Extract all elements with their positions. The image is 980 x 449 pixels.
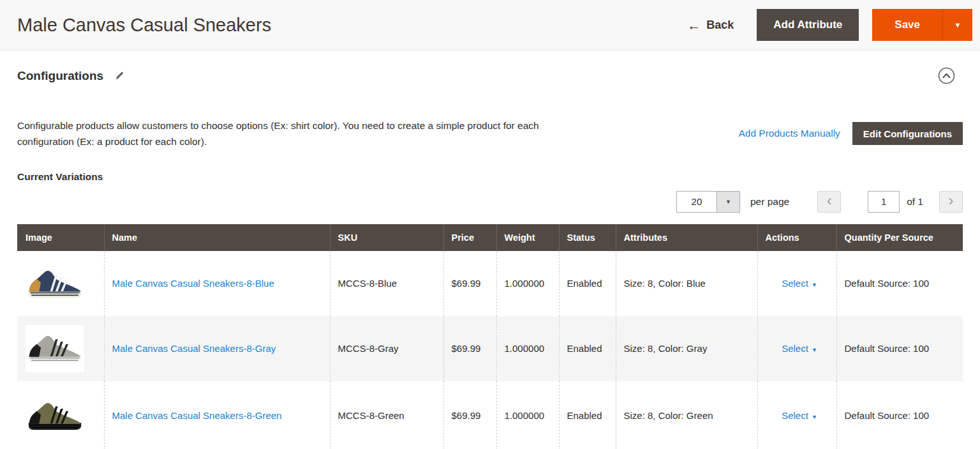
column-header-attributes: Attributes	[616, 224, 757, 251]
sku-cell: MCCS-8-Green	[330, 381, 443, 449]
product-thumbnail	[26, 392, 84, 439]
save-dropdown-button[interactable]: ▼	[942, 9, 972, 41]
status-cell: Enabled	[559, 381, 616, 449]
back-button[interactable]: ← Back	[687, 19, 734, 32]
weight-cell: 1.000000	[496, 251, 559, 316]
caret-down-icon: ▼	[716, 192, 739, 212]
collapse-section-icon[interactable]	[938, 67, 955, 84]
previous-page-button[interactable]: ‹	[817, 191, 841, 213]
column-header-actions: Actions	[757, 224, 836, 251]
attributes-cell: Size: 8, Color: Blue	[616, 251, 757, 316]
back-label: Back	[706, 19, 734, 32]
price-cell: $69.99	[443, 381, 496, 449]
edit-pencil-icon[interactable]	[114, 70, 125, 81]
chevron-right-icon: ›	[949, 193, 954, 208]
status-cell: Enabled	[559, 251, 616, 316]
attributes-cell: Size: 8, Color: Gray	[616, 316, 757, 381]
total-pages-label: of 1	[907, 196, 923, 208]
select-action-dropdown[interactable]: Select▼	[782, 278, 817, 289]
edit-configurations-button[interactable]: Edit Configurations	[852, 122, 963, 145]
content-area: Configurations Configurable products all…	[0, 67, 980, 449]
page-title: Male Canvas Casual Sneakers	[17, 15, 271, 36]
save-split-button: Save ▼	[872, 9, 972, 41]
pagination-bar: 20 ▼ per page ‹ of 1 ›	[17, 191, 963, 213]
per-page-label: per page	[750, 196, 789, 208]
select-action-dropdown[interactable]: Select▼	[782, 410, 817, 421]
section-title-wrap: Configurations	[17, 69, 125, 83]
quantity-cell: Default Source: 100	[836, 316, 963, 381]
column-header-status: Status	[559, 224, 616, 251]
caret-down-icon: ▼	[812, 282, 817, 288]
column-header-weight: Weight	[496, 224, 559, 251]
section-title: Configurations	[17, 69, 103, 83]
product-name-link[interactable]: Male Canvas Casual Sneakers-8-Gray	[112, 343, 276, 354]
page-header: Male Canvas Casual Sneakers ← Back Add A…	[0, 0, 980, 50]
product-name-link[interactable]: Male Canvas Casual Sneakers-8-Blue	[112, 278, 274, 289]
attributes-cell: Size: 8, Color: Green	[616, 381, 757, 449]
caret-down-icon: ▼	[954, 21, 961, 29]
variation-row-green: Male Canvas Casual Sneakers-8-Green MCCS…	[17, 381, 963, 449]
add-attribute-button[interactable]: Add Attribute	[757, 9, 859, 41]
gray-canvas-sneaker-photo	[27, 330, 83, 367]
save-button[interactable]: Save	[872, 9, 942, 41]
arrow-left-icon: ←	[687, 19, 701, 32]
navy-canvas-sneaker-photo	[27, 265, 83, 302]
product-thumbnail	[26, 325, 84, 372]
weight-cell: 1.000000	[496, 381, 559, 449]
column-header-quantity: Quantity Per Source	[836, 224, 963, 251]
current-variations-label: Current Variations	[17, 171, 963, 183]
next-page-button[interactable]: ›	[939, 191, 963, 213]
column-header-name: Name	[104, 224, 330, 251]
table-header-row: Image Name SKU Price Weight Status Attri…	[17, 224, 963, 251]
header-actions: ← Back Add Attribute Save ▼	[687, 9, 972, 41]
quantity-cell: Default Source: 100	[836, 381, 963, 449]
price-cell: $69.99	[443, 316, 496, 381]
caret-down-icon: ▼	[812, 347, 817, 353]
configurations-section-header: Configurations	[17, 67, 963, 84]
sku-cell: MCCS-8-Gray	[330, 316, 443, 381]
product-name-link[interactable]: Male Canvas Casual Sneakers-8-Green	[112, 410, 282, 421]
green-canvas-sneaker-photo	[27, 397, 83, 434]
column-header-sku: SKU	[330, 224, 443, 251]
add-products-manually-link[interactable]: Add Products Manually	[738, 128, 840, 139]
caret-down-icon: ▼	[812, 414, 817, 420]
section-description-row: Configurable products allow customers to…	[17, 118, 963, 150]
column-header-price: Price	[443, 224, 496, 251]
variations-table: Image Name SKU Price Weight Status Attri…	[17, 224, 963, 449]
column-header-image: Image	[17, 224, 104, 251]
select-action-dropdown[interactable]: Select▼	[782, 343, 817, 354]
sku-cell: MCCS-8-Blue	[330, 251, 443, 316]
variation-row-blue: Male Canvas Casual Sneakers-8-Blue MCCS-…	[17, 251, 963, 316]
chevron-left-icon: ‹	[827, 193, 832, 208]
section-description: Configurable products allow customers to…	[17, 118, 579, 150]
quantity-cell: Default Source: 100	[836, 251, 963, 316]
weight-cell: 1.000000	[496, 316, 559, 381]
product-thumbnail	[26, 260, 84, 307]
page-size-value: 20	[677, 192, 716, 212]
price-cell: $69.99	[443, 251, 496, 316]
variation-row-gray: Male Canvas Casual Sneakers-8-Gray MCCS-…	[17, 316, 963, 381]
page-size-select[interactable]: 20 ▼	[676, 191, 740, 213]
page-number-input[interactable]	[868, 191, 900, 213]
status-cell: Enabled	[559, 316, 616, 381]
description-actions: Add Products Manually Edit Configuration…	[738, 122, 963, 145]
